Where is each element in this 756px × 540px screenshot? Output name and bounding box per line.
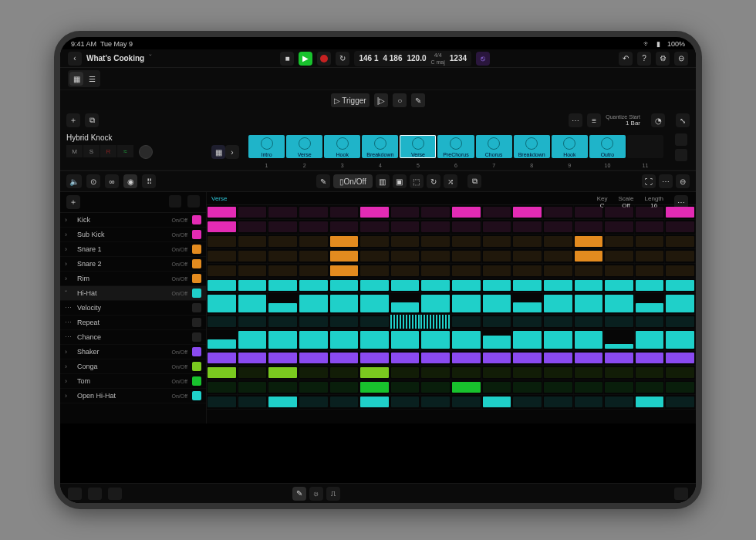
step-cell[interactable] (238, 278, 268, 292)
step-cell[interactable] (238, 366, 268, 380)
step-cell[interactable] (390, 351, 421, 365)
trigger-button[interactable]: ▷ Trigger (331, 93, 370, 107)
step-cell[interactable] (635, 278, 666, 292)
step-cell[interactable] (207, 380, 238, 394)
step-cell[interactable] (482, 395, 513, 409)
chevron-right-icon[interactable]: › (65, 275, 73, 282)
chevron-right-icon[interactable]: › (65, 363, 73, 370)
step-cell[interactable] (604, 366, 635, 380)
step-cell[interactable] (604, 278, 635, 292)
drum-row[interactable]: ›Snare 2On/Off (60, 257, 206, 272)
step-cell[interactable] (329, 380, 360, 394)
step-cell[interactable]: 100 (451, 293, 482, 314)
step-cell[interactable] (574, 351, 605, 365)
undo-icon[interactable]: ↶ (619, 52, 633, 66)
step-cell[interactable] (604, 235, 635, 248)
filter-icon[interactable]: ≡ (587, 113, 601, 127)
quantize-value[interactable]: 1 Bar (606, 120, 640, 127)
step-cell[interactable] (635, 235, 666, 248)
project-title[interactable]: What's Cooking (86, 54, 144, 62)
step-cell[interactable]: 100 (238, 293, 268, 314)
step-cell[interactable]: 100 (329, 329, 360, 350)
step-cell[interactable] (665, 351, 696, 365)
step-cell[interactable] (268, 278, 299, 292)
step-cell[interactable] (574, 205, 605, 219)
input-monitor-button[interactable]: ≈ (117, 145, 134, 157)
step-cell[interactable] (635, 366, 666, 380)
step-cell[interactable] (482, 380, 513, 394)
drum-pad-icon[interactable] (192, 362, 201, 371)
scene-cell[interactable]: Verse (286, 135, 322, 158)
rand-mode-icon[interactable]: ⤮ (444, 174, 457, 188)
step-cell[interactable] (299, 351, 329, 365)
step-cell[interactable] (451, 205, 482, 219)
step-cell[interactable] (635, 315, 666, 329)
clear-icon[interactable] (187, 195, 200, 208)
step-cell[interactable] (329, 315, 360, 329)
chevron-right-icon[interactable]: › (65, 348, 73, 356)
step-cell[interactable] (574, 380, 605, 394)
chevron-right-icon[interactable]: ⋯ (65, 304, 73, 312)
step-cell[interactable]: 100 (420, 293, 451, 314)
drum-pad-icon[interactable] (192, 391, 201, 400)
step-cell[interactable] (451, 249, 482, 263)
step-cell[interactable] (238, 395, 268, 409)
step-cell[interactable]: 100 (543, 293, 574, 314)
step-cell[interactable]: 50 (207, 329, 238, 350)
step-cell[interactable] (390, 205, 421, 219)
drum-row[interactable]: ⋯Repeat (60, 316, 206, 330)
drum-pad-icon[interactable] (192, 332, 201, 342)
step-cell[interactable] (665, 395, 696, 409)
step-cell[interactable] (329, 395, 360, 409)
step-cell[interactable] (420, 351, 451, 365)
step-cell[interactable] (207, 315, 238, 329)
step-cell[interactable] (482, 205, 513, 219)
step-cell[interactable] (543, 380, 574, 394)
drum-row[interactable]: ›Snare 1On/Off (60, 242, 206, 257)
step-cell[interactable] (635, 205, 666, 219)
step-cell[interactable] (268, 249, 299, 263)
step-cell[interactable]: 100 (574, 329, 605, 350)
step-cell[interactable] (512, 315, 543, 329)
step-cell[interactable] (512, 366, 543, 380)
step-cell[interactable] (665, 366, 696, 380)
step-cell[interactable] (451, 366, 482, 380)
instrument-icon[interactable]: ▦ (211, 145, 225, 159)
drum-row[interactable]: ⋯Velocity (60, 301, 206, 316)
step-cell[interactable]: 100 (543, 329, 574, 350)
step-cell[interactable]: 100 (665, 329, 696, 350)
step-cell[interactable] (238, 380, 268, 394)
step-cell[interactable] (329, 205, 360, 219)
step-cell[interactable] (238, 264, 268, 278)
step-cell[interactable] (299, 264, 329, 278)
copy-icon[interactable]: ⧉ (467, 174, 481, 188)
step-cell[interactable] (512, 351, 543, 365)
step-cell[interactable] (543, 315, 574, 329)
step-cell[interactable]: 100 (299, 329, 329, 350)
step-cell[interactable] (420, 264, 451, 278)
settings-icon[interactable]: ⚙ (656, 52, 670, 66)
step-cell[interactable] (665, 235, 696, 248)
play-button[interactable]: ▶ (299, 52, 312, 66)
step-cell[interactable] (359, 395, 390, 409)
step-cell[interactable] (512, 249, 543, 263)
step-cell[interactable] (512, 235, 543, 248)
drum-pad-icon[interactable] (192, 347, 201, 356)
step-cell[interactable] (207, 264, 238, 278)
step-cell[interactable] (207, 235, 238, 248)
step-cell[interactable] (665, 205, 696, 219)
inbox-icon[interactable] (68, 488, 82, 500)
drum-row-io[interactable]: On/Off (172, 218, 188, 223)
step-cell[interactable] (329, 278, 360, 292)
chevron-right-icon[interactable]: › (65, 216, 73, 224)
drum-pad-icon[interactable] (192, 318, 201, 327)
step-cell[interactable] (512, 395, 543, 409)
drum-row-io[interactable]: On/Off (172, 349, 188, 355)
step-cell[interactable] (635, 395, 666, 409)
step-cell[interactable] (665, 249, 696, 263)
step-cell[interactable] (299, 315, 329, 329)
section-label[interactable]: Verse (211, 195, 227, 202)
step-cell[interactable] (238, 235, 268, 248)
step-cell[interactable] (574, 395, 605, 409)
step-cell[interactable] (543, 395, 574, 409)
